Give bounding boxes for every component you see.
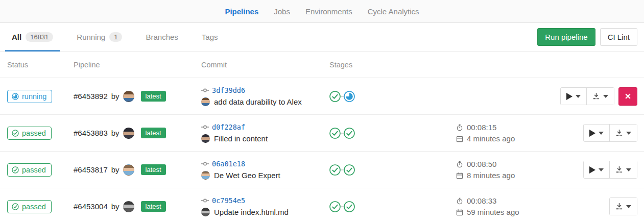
play-icon xyxy=(589,130,595,137)
avatar[interactable] xyxy=(123,201,134,212)
artifacts-dropdown-button[interactable] xyxy=(609,125,637,141)
play-dropdown-button[interactable] xyxy=(561,88,586,105)
calendar-icon xyxy=(456,135,463,142)
commit-author-avatar[interactable] xyxy=(201,208,210,216)
stage-passed-icon[interactable] xyxy=(344,128,355,139)
timing-cell: 00:08:33 59 minutes ago xyxy=(456,196,609,216)
manual-actions-group xyxy=(583,161,637,179)
pipeline-row: passed #6453004 by latest 0c7954e5 Updat… xyxy=(0,188,644,223)
header-commit: Commit xyxy=(201,61,329,69)
status-label: passed xyxy=(22,203,46,211)
pipeline-id-link[interactable]: #6453883 xyxy=(74,129,108,137)
tab-tags-label: Tags xyxy=(202,33,218,41)
commit-sha-link[interactable]: 3df39dd6 xyxy=(212,86,245,94)
pipeline-duration: 00:08:33 xyxy=(467,196,496,205)
stage-passed-icon[interactable] xyxy=(329,201,341,212)
status-badge[interactable]: running xyxy=(7,90,52,103)
play-dropdown-button[interactable] xyxy=(584,125,609,141)
manual-actions-group xyxy=(609,197,637,215)
nav-jobs[interactable]: Jobs xyxy=(266,7,298,16)
commit-icon xyxy=(201,161,209,166)
run-pipeline-button[interactable]: Run pipeline xyxy=(537,28,595,46)
status-label: passed xyxy=(22,129,46,137)
stage-running-icon[interactable] xyxy=(344,91,355,102)
stage-passed-icon[interactable] xyxy=(329,91,341,102)
by-label: by xyxy=(111,202,120,211)
stage-passed-icon[interactable] xyxy=(329,128,341,139)
status-label: running xyxy=(22,92,46,101)
passed-status-icon xyxy=(12,166,19,174)
commit-author-avatar[interactable] xyxy=(201,97,210,106)
pipeline-duration: 00:08:15 xyxy=(467,123,496,132)
commit-sha-link[interactable]: d0f228af xyxy=(212,123,245,131)
stage-passed-icon[interactable] xyxy=(329,164,341,176)
running-status-icon xyxy=(12,93,19,100)
status-badge[interactable]: passed xyxy=(7,127,52,140)
commit-message-link[interactable]: Update index.html.md xyxy=(214,208,289,216)
pipeline-id-link[interactable]: #6453004 xyxy=(74,202,108,211)
commit-message-link[interactable]: add data durability to Alex xyxy=(214,97,302,106)
commit-sha-link[interactable]: 0c7954e5 xyxy=(212,196,245,205)
close-icon xyxy=(625,93,631,99)
pipeline-row: passed #6453817 by latest 06a01e18 De We… xyxy=(0,152,644,188)
stage-passed-icon[interactable] xyxy=(344,201,355,212)
stopwatch-icon xyxy=(456,161,463,168)
nav-cycle-analytics[interactable]: Cycle Analytics xyxy=(360,7,427,16)
commit-message-link[interactable]: De Wet Geo Expert xyxy=(214,171,280,180)
download-icon xyxy=(615,166,623,174)
latest-badge: latest xyxy=(141,91,166,102)
avatar[interactable] xyxy=(123,164,134,176)
play-icon xyxy=(566,93,573,100)
timing-cell: 00:08:50 8 minutes ago xyxy=(456,160,583,180)
download-icon xyxy=(615,129,623,137)
pipeline-finished-ago: 8 minutes ago xyxy=(467,171,515,180)
nav-pipelines[interactable]: Pipelines xyxy=(217,7,266,16)
chevron-down-icon xyxy=(603,95,608,98)
commit-icon xyxy=(201,125,209,130)
ci-lint-button[interactable]: CI Lint xyxy=(600,28,637,46)
pipeline-duration: 00:08:50 xyxy=(467,160,496,168)
tab-all-label: All xyxy=(12,33,21,41)
commit-message-link[interactable]: Filled in content xyxy=(214,134,268,143)
by-label: by xyxy=(111,165,120,174)
commit-sha-link[interactable]: 06a01e18 xyxy=(212,160,245,168)
by-label: by xyxy=(111,129,120,137)
commit-author-avatar[interactable] xyxy=(201,134,210,143)
tab-running[interactable]: Running 1 xyxy=(70,23,129,51)
pipeline-row: running #6453892 by latest 3df39dd6 add … xyxy=(0,78,644,115)
artifacts-dropdown-button[interactable] xyxy=(610,198,637,215)
pipeline-id-link[interactable]: #6453892 xyxy=(74,92,108,101)
artifacts-dropdown-button[interactable] xyxy=(586,88,614,105)
pipeline-finished-ago: 4 minutes ago xyxy=(467,134,515,143)
nav-environments[interactable]: Environments xyxy=(298,7,360,16)
header-stages: Stages xyxy=(329,61,456,69)
avatar[interactable] xyxy=(123,91,134,102)
status-badge[interactable]: passed xyxy=(7,200,52,213)
chevron-down-icon xyxy=(626,205,631,208)
play-icon xyxy=(589,166,595,174)
timing-cell: 00:08:15 4 minutes ago xyxy=(456,123,583,143)
calendar-icon xyxy=(456,209,463,216)
tab-tags[interactable]: Tags xyxy=(195,23,225,51)
tab-all[interactable]: All 16831 xyxy=(5,23,60,51)
pipeline-finished-ago: 59 minutes ago xyxy=(467,208,519,216)
avatar[interactable] xyxy=(123,128,134,139)
status-badge[interactable]: passed xyxy=(7,163,52,177)
play-dropdown-button[interactable] xyxy=(584,161,609,178)
artifacts-dropdown-button[interactable] xyxy=(609,161,637,178)
stopwatch-icon xyxy=(456,124,463,131)
cancel-pipeline-button[interactable] xyxy=(618,87,637,106)
tab-branches[interactable]: Branches xyxy=(139,23,184,51)
table-header: Status Pipeline Commit Stages xyxy=(0,52,644,78)
manual-actions-group xyxy=(583,124,637,142)
chevron-down-icon xyxy=(626,168,631,171)
passed-status-icon xyxy=(12,203,19,210)
stage-passed-icon[interactable] xyxy=(344,164,355,176)
passed-status-icon xyxy=(12,130,19,137)
chevron-down-icon xyxy=(599,132,604,135)
commit-author-avatar[interactable] xyxy=(201,171,210,180)
header-status: Status xyxy=(7,61,74,69)
by-label: by xyxy=(111,92,120,101)
pipeline-id-link[interactable]: #6453817 xyxy=(74,165,108,174)
chevron-down-icon xyxy=(599,168,604,171)
